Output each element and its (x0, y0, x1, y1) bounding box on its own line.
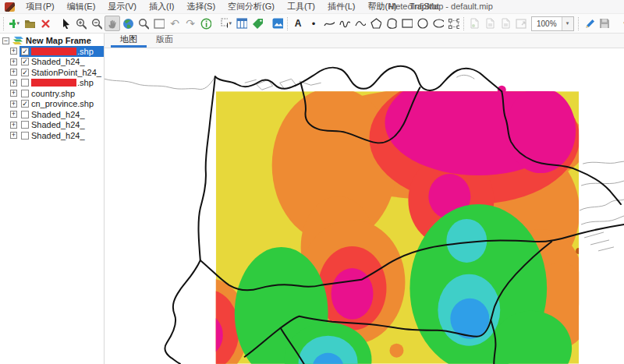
map-frame-icon (12, 36, 23, 45)
rectangle-icon (402, 19, 413, 28)
freehand-button[interactable] (337, 16, 353, 31)
window-title: MeteoInfoMap - default.mip (388, 0, 493, 13)
freehand-polygon-button[interactable] (384, 16, 399, 31)
select-feature-button[interactable]: ▾ (218, 16, 234, 31)
app-icon (5, 2, 15, 12)
expand-icon[interactable]: + (10, 69, 17, 76)
zoom-to-layer-button[interactable] (136, 16, 151, 31)
layer-row[interactable]: +.shp (0, 78, 104, 89)
map-canvas[interactable] (105, 48, 624, 364)
zoom-rectangle-button[interactable] (151, 16, 167, 31)
view-tabbar: 地图 版面 (105, 34, 624, 48)
layer-checkbox[interactable]: ✓ (21, 100, 29, 108)
layer-checkbox[interactable] (21, 111, 29, 118)
zoom-out-button[interactable] (89, 16, 105, 31)
page-button-2[interactable] (482, 16, 498, 31)
map-frame-row[interactable]: − New Map Frame (0, 35, 104, 46)
layer-checkbox[interactable]: ✓ (21, 48, 29, 55)
expand-icon[interactable]: + (10, 101, 17, 108)
layer-row[interactable]: +Shaded_h24_ (0, 109, 104, 120)
expand-icon[interactable]: + (10, 90, 17, 97)
polygon-icon (370, 18, 381, 29)
expand-icon[interactable]: + (10, 58, 17, 65)
toolbar-grip[interactable] (287, 17, 288, 30)
layer-row[interactable]: +Shaded_h24_ (0, 130, 104, 141)
collapse-icon[interactable]: − (2, 37, 9, 44)
zoom-out-icon (91, 18, 102, 30)
tag-icon (252, 18, 263, 30)
select-tool-button[interactable] (58, 16, 73, 31)
map-image-button[interactable] (270, 16, 285, 31)
identify-button[interactable] (198, 16, 214, 31)
layer-label: country.shp (31, 89, 75, 98)
expand-icon[interactable]: + (10, 80, 17, 87)
text-button[interactable]: A (290, 16, 306, 31)
toolbar-grip[interactable] (3, 17, 4, 30)
expand-icon[interactable]: + (10, 111, 17, 118)
layer-row[interactable]: +✓StationPoint_h24_ (0, 67, 104, 78)
page-button-3[interactable] (498, 16, 513, 31)
point-button[interactable]: • (306, 16, 321, 31)
remove-layer-button[interactable] (37, 16, 53, 31)
add-layer-button[interactable]: ▾ (6, 16, 22, 31)
page-icon (501, 18, 511, 29)
expand-icon[interactable]: + (10, 48, 17, 55)
layer-checkbox[interactable] (21, 90, 29, 97)
full-extent-button[interactable] (120, 16, 136, 31)
menu-project[interactable]: 项目(P) (20, 0, 61, 13)
menu-selection[interactable]: 选择(S) (180, 0, 222, 13)
layer-row[interactable]: +✓cn_province.shp (0, 99, 104, 110)
layer-checkbox[interactable] (21, 132, 29, 140)
expand-icon[interactable]: + (10, 132, 17, 139)
chevron-down-icon[interactable]: ▾ (562, 17, 573, 30)
export-image-button[interactable] (513, 16, 529, 31)
edit-vertices-button[interactable] (446, 16, 462, 31)
save-button[interactable] (597, 16, 612, 31)
overflow-button[interactable]: ▾ (617, 16, 624, 31)
rectangle-button[interactable] (399, 16, 415, 31)
layer-row[interactable]: +country.shp (0, 88, 104, 99)
toolbar-grip[interactable] (463, 17, 464, 30)
add-layer-icon (9, 19, 16, 29)
polygon-button[interactable] (368, 16, 384, 31)
menu-edit[interactable]: 编辑(E) (61, 0, 102, 13)
layer-checkbox[interactable] (21, 121, 29, 129)
circle-button[interactable] (415, 16, 431, 31)
layer-row[interactable]: +Shaded_h24_ (0, 120, 104, 131)
page-button-1[interactable] (466, 16, 482, 31)
edit-pencil-button[interactable] (581, 16, 597, 31)
zoom-level-combo[interactable]: 100% ▾ (531, 16, 574, 31)
attribute-table-button[interactable] (234, 16, 250, 31)
layer-row[interactable]: +✓Shaded_h24_ (0, 57, 104, 68)
expand-icon[interactable]: + (10, 122, 17, 129)
text-icon: A (295, 18, 302, 29)
save-floppy-icon (599, 18, 610, 29)
ellipse-icon (433, 19, 444, 28)
layer-label: .shp (77, 78, 94, 87)
menu-plugins[interactable]: 插件(L) (321, 0, 361, 13)
layer-checkbox[interactable]: ✓ (21, 58, 29, 65)
pan-tool-button[interactable] (105, 16, 120, 31)
ellipse-button[interactable] (431, 16, 446, 31)
image-icon (272, 18, 283, 29)
toolbar-grip[interactable] (578, 17, 579, 30)
zoom-undo-button[interactable]: ↶ (167, 16, 183, 31)
layer-row[interactable]: +✓.shp (0, 46, 104, 57)
menu-view[interactable]: 显示(V) (101, 0, 143, 13)
tab-map[interactable]: 地图 (111, 33, 147, 48)
zoom-in-button[interactable] (73, 16, 89, 31)
open-project-button[interactable] (22, 16, 37, 31)
layer-checkbox[interactable] (21, 79, 29, 87)
label-button[interactable] (250, 16, 265, 31)
layer-checkbox[interactable]: ✓ (21, 69, 29, 76)
menu-tools[interactable]: 工具(T) (281, 0, 321, 13)
curve-button[interactable] (353, 16, 368, 31)
zoom-redo-button[interactable]: ↷ (183, 16, 198, 31)
menu-spatial-analysis[interactable]: 空间分析(G) (222, 0, 281, 13)
tab-layout[interactable]: 版面 (147, 33, 183, 48)
globe-icon (122, 18, 133, 30)
menu-insert[interactable]: 插入(I) (143, 0, 180, 13)
chevron-down-icon: ▾ (16, 20, 20, 27)
polyline-button[interactable] (321, 16, 337, 31)
layers-panel: − New Map Frame +✓.shp+✓Shaded_h24_+✓Sta… (0, 34, 105, 364)
